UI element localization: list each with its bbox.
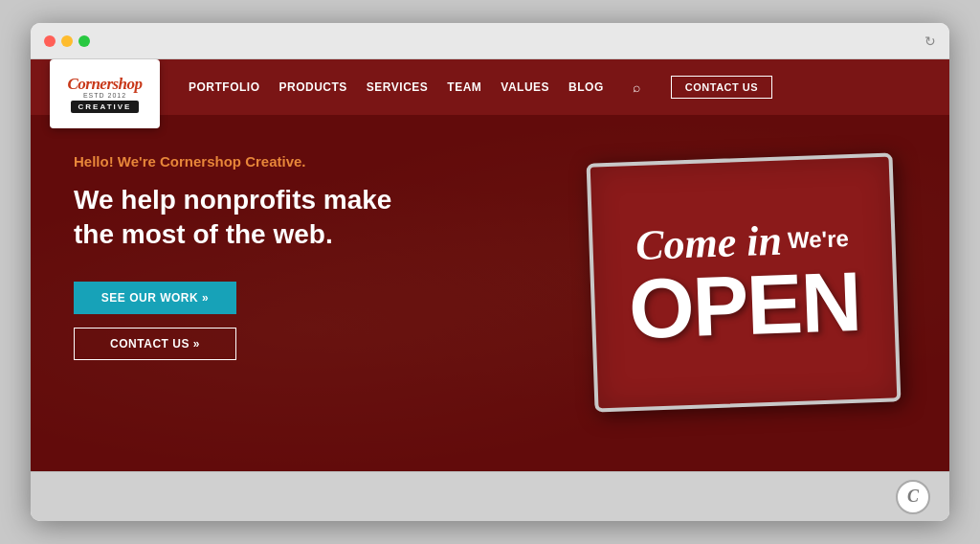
nav-links: PORTFOLIO PRODUCTS SERVICES TEAM VALUES …: [189, 76, 772, 99]
nav-contact-button[interactable]: CONTACT US: [671, 76, 772, 99]
minimize-button[interactable]: [61, 35, 73, 47]
traffic-lights: [44, 35, 90, 47]
sign-were-text: We're: [788, 228, 850, 253]
browser-window: ↻ Cornershop ESTD 2012 CREATIVE PORTFOLI…: [31, 23, 949, 521]
logo-name: Cornershop: [67, 76, 142, 92]
contact-us-hero-button[interactable]: CONTACT US »: [74, 328, 236, 360]
browser-chrome: ↻: [31, 23, 949, 59]
close-button[interactable]: [44, 35, 56, 47]
see-our-work-button[interactable]: SEE OUR WORK »: [74, 282, 236, 314]
hero-section: Hello! We're Cornershop Creative. We hel…: [31, 115, 949, 471]
hero-content: Hello! We're Cornershop Creative. We hel…: [31, 115, 567, 389]
logo-tagline: CREATIVE: [71, 101, 140, 113]
logo-est: ESTD 2012: [83, 92, 126, 99]
nav-item-portfolio[interactable]: PORTFOLIO: [189, 80, 260, 94]
website-content: Cornershop ESTD 2012 CREATIVE PORTFOLIO …: [31, 59, 949, 521]
open-sign: Come in We're OPEN: [567, 129, 921, 436]
nav-item-products[interactable]: PRODUCTS: [279, 80, 347, 94]
refresh-icon[interactable]: ↻: [924, 34, 936, 49]
nav-item-blog[interactable]: BLOG: [568, 80, 604, 94]
navbar: Cornershop ESTD 2012 CREATIVE PORTFOLIO …: [31, 59, 949, 115]
maximize-button[interactable]: [78, 35, 90, 47]
footer-strip: C: [31, 471, 949, 521]
search-icon[interactable]: ⌕: [633, 79, 640, 95]
hero-tagline: Hello! We're Cornershop Creative.: [74, 153, 528, 170]
hero-headline: We help nonprofits make the most of the …: [74, 183, 418, 253]
nav-item-team[interactable]: TEAM: [447, 80, 481, 94]
sign-card: Come in We're OPEN: [587, 152, 902, 412]
nav-item-values[interactable]: VALUES: [501, 80, 549, 94]
sign-open-text: OPEN: [628, 263, 861, 348]
nav-item-services[interactable]: SERVICES: [367, 80, 428, 94]
logo[interactable]: Cornershop ESTD 2012 CREATIVE: [50, 59, 160, 128]
footer-logo: C: [896, 480, 930, 514]
